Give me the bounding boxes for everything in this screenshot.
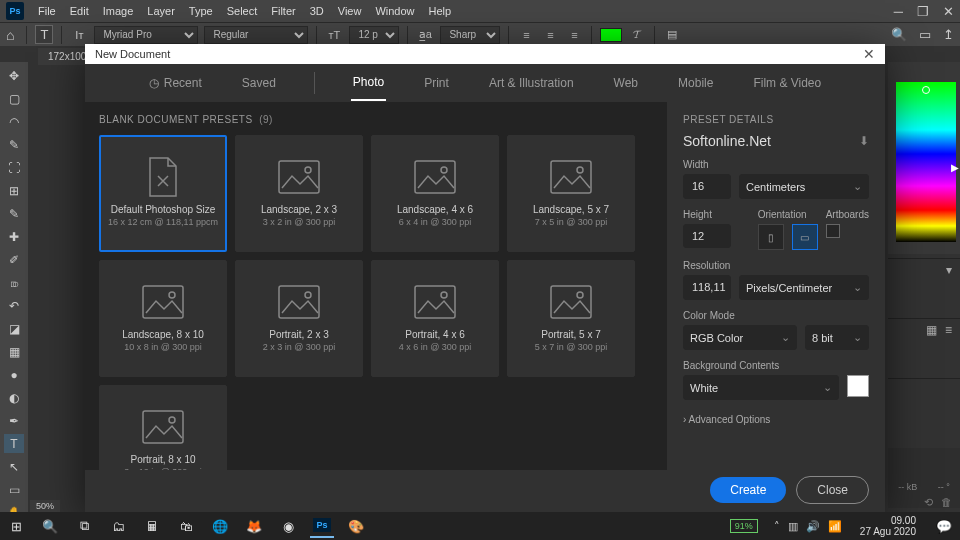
firefox-icon[interactable]: 🦊 <box>242 514 266 538</box>
text-color-swatch[interactable] <box>600 28 622 42</box>
store-icon[interactable]: 🛍 <box>174 514 198 538</box>
resolution-field[interactable]: 118,11 <box>683 275 731 300</box>
preset-card[interactable]: Portrait, 8 x 108 x 10 in @ 300 ppi <box>99 385 227 470</box>
list-view-icon[interactable]: ≡ <box>945 323 952 337</box>
eraser-tool[interactable]: ◪ <box>4 319 24 338</box>
align-center-icon[interactable]: ≡ <box>541 26 559 44</box>
preset-card[interactable]: Default Photoshop Size16 x 12 cm @ 118,1… <box>99 135 227 252</box>
chrome-icon[interactable]: ◉ <box>276 514 300 538</box>
tab-recent[interactable]: ◷Recent <box>147 66 204 100</box>
color-mode-select[interactable]: RGB Color⌄ <box>683 325 797 350</box>
panel-menu-icon[interactable]: ▾ <box>946 263 952 277</box>
brush-tool[interactable]: ✐ <box>4 250 24 269</box>
orientation-portrait[interactable]: ▯ <box>758 224 784 250</box>
menu-file[interactable]: File <box>38 5 56 17</box>
close-icon[interactable]: ✕ <box>863 46 875 62</box>
menu-help[interactable]: Help <box>429 5 452 17</box>
align-left-icon[interactable]: ≡ <box>517 26 535 44</box>
taskbar-clock[interactable]: 09.00 27 Agu 2020 <box>860 515 916 537</box>
pen-tool[interactable]: ✒ <box>4 411 24 430</box>
menu-layer[interactable]: Layer <box>147 5 175 17</box>
orientation-landscape[interactable]: ▭ <box>792 224 818 250</box>
document-name[interactable]: Softonline.Net <box>683 133 771 149</box>
paint-icon[interactable]: 🎨 <box>344 514 368 538</box>
task-view-icon[interactable]: ⧉ <box>72 514 96 538</box>
preset-card[interactable]: Portrait, 2 x 32 x 3 in @ 300 ppi <box>235 260 363 377</box>
menu-image[interactable]: Image <box>103 5 134 17</box>
hue-slider-thumb[interactable]: ▶ <box>951 162 959 173</box>
tab-film[interactable]: Film & Video <box>751 66 823 100</box>
tab-web[interactable]: Web <box>612 66 640 100</box>
marquee-tool[interactable]: ▢ <box>4 89 24 108</box>
search-icon[interactable]: 🔍 <box>38 514 62 538</box>
minimize-button[interactable]: ─ <box>894 4 903 19</box>
color-cursor[interactable] <box>922 86 930 94</box>
height-field[interactable]: 12 <box>683 224 731 248</box>
tray-chevron-icon[interactable]: ˄ <box>774 520 780 533</box>
width-unit-select[interactable]: Centimeters⌄ <box>739 174 869 199</box>
menu-edit[interactable]: Edit <box>70 5 89 17</box>
save-preset-icon[interactable]: ⬇ <box>859 134 869 148</box>
stamp-tool[interactable]: ⎄ <box>4 273 24 292</box>
font-style-select[interactable]: Regular <box>204 26 308 44</box>
color-picker-strip[interactable]: ▶ <box>896 82 956 242</box>
character-panel-icon[interactable]: ▤ <box>663 26 681 44</box>
tab-print[interactable]: Print <box>422 66 451 100</box>
share-icon[interactable]: ↥ <box>943 27 954 42</box>
preset-card[interactable]: Portrait, 4 x 64 x 6 in @ 300 ppi <box>371 260 499 377</box>
search-icon[interactable]: 🔍 <box>891 27 907 42</box>
maximize-button[interactable]: ❐ <box>917 4 929 19</box>
shape-tool[interactable]: ▭ <box>4 480 24 499</box>
preset-card[interactable]: Landscape, 4 x 66 x 4 in @ 300 ppi <box>371 135 499 252</box>
advanced-options[interactable]: › Advanced Options <box>683 414 869 425</box>
bg-color-swatch[interactable] <box>847 375 869 397</box>
dodge-tool[interactable]: ◐ <box>4 388 24 407</box>
menu-filter[interactable]: Filter <box>271 5 295 17</box>
preset-card[interactable]: Portrait, 5 x 75 x 7 in @ 300 ppi <box>507 260 635 377</box>
path-select-tool[interactable]: ↖ <box>4 457 24 476</box>
artboards-checkbox[interactable] <box>826 224 840 238</box>
gradient-tool[interactable]: ▦ <box>4 342 24 361</box>
frame-tool[interactable]: ⊞ <box>4 181 24 200</box>
crop-tool[interactable]: ⛶ <box>4 158 24 177</box>
preset-card[interactable]: Landscape, 5 x 77 x 5 in @ 300 ppi <box>507 135 635 252</box>
photoshop-taskbar-icon[interactable]: Ps <box>310 514 334 538</box>
menu-3d[interactable]: 3D <box>310 5 324 17</box>
workspace-icon[interactable]: ▭ <box>919 27 931 42</box>
font-size-select[interactable]: 12 pt <box>349 26 399 44</box>
tab-photo[interactable]: Photo <box>351 65 386 101</box>
create-button[interactable]: Create <box>710 477 786 503</box>
preset-card[interactable]: Landscape, 2 x 33 x 2 in @ 300 ppi <box>235 135 363 252</box>
antialias-select[interactable]: Sharp <box>440 26 500 44</box>
calculator-icon[interactable]: 🖩 <box>140 514 164 538</box>
close-button[interactable]: ✕ <box>943 4 954 19</box>
volume-icon[interactable]: 🔊 <box>806 520 820 533</box>
type-tool[interactable]: T <box>4 434 24 453</box>
trash-icon[interactable]: 🗑 <box>941 496 952 509</box>
menu-select[interactable]: Select <box>227 5 258 17</box>
bg-contents-select[interactable]: White⌄ <box>683 375 839 400</box>
menu-view[interactable]: View <box>338 5 362 17</box>
blur-tool[interactable]: ● <box>4 365 24 384</box>
color-depth-select[interactable]: 8 bit⌄ <box>805 325 869 350</box>
move-tool[interactable]: ✥ <box>4 66 24 85</box>
quick-select-tool[interactable]: ✎ <box>4 135 24 154</box>
reset-icon[interactable]: ⟲ <box>924 496 933 509</box>
resolution-unit-select[interactable]: Pixels/Centimeter⌄ <box>739 275 869 300</box>
preset-card[interactable]: Landscape, 8 x 1010 x 8 in @ 300 ppi <box>99 260 227 377</box>
healing-tool[interactable]: ✚ <box>4 227 24 246</box>
start-button[interactable]: ⊞ <box>4 514 28 538</box>
wifi-icon[interactable]: 📶 <box>828 520 842 533</box>
lasso-tool[interactable]: ◠ <box>4 112 24 131</box>
align-right-icon[interactable]: ≡ <box>565 26 583 44</box>
eyedropper-tool[interactable]: ✎ <box>4 204 24 223</box>
warp-text-icon[interactable]: 𝓣 <box>628 26 646 44</box>
explorer-icon[interactable]: 🗂 <box>106 514 130 538</box>
network-icon[interactable]: ▥ <box>788 520 798 533</box>
orientation-toggle-icon[interactable]: Iт <box>70 26 88 44</box>
close-button[interactable]: Close <box>796 476 869 504</box>
grid-view-icon[interactable]: ▦ <box>926 323 937 337</box>
home-icon[interactable]: ⌂ <box>6 27 14 43</box>
menu-type[interactable]: Type <box>189 5 213 17</box>
tab-mobile[interactable]: Mobile <box>676 66 715 100</box>
